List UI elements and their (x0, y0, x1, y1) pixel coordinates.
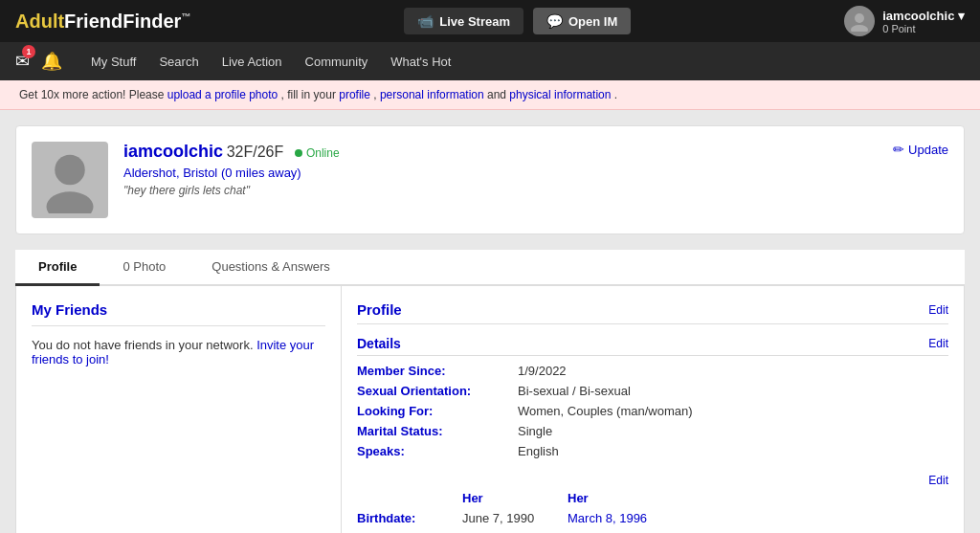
profile-quote: "hey there girls lets chat" (123, 184, 340, 197)
online-dot (295, 149, 302, 157)
nav-link-community[interactable]: Community (305, 55, 368, 69)
profile-gender-age: 32F/26F (227, 144, 284, 160)
no-friends-text: You do not have friends in your network. (32, 338, 256, 352)
svg-point-3 (55, 155, 85, 186)
content-area: My Friends You do not have friends in yo… (15, 286, 965, 533)
birthdate-label: Birthdate: (357, 511, 462, 525)
logo-tm: ™ (181, 11, 190, 22)
upload-profile-photo-link[interactable]: upload a profile photo (167, 88, 278, 101)
update-label: Update (908, 143, 948, 157)
info-banner: Get 10x more action! Please upload a pro… (0, 80, 980, 110)
open-im-button[interactable]: 💬 Open IM (533, 8, 631, 34)
banner-text-mid3: and (487, 88, 509, 101)
secondary-nav: ✉ 1 🔔 My Stuff Search Live Action Commun… (0, 42, 980, 80)
online-badge: Online (295, 146, 340, 160)
user-points: 0 Point (882, 23, 965, 34)
live-stream-button[interactable]: 📹 Live Stream (404, 8, 523, 34)
physical-info-link[interactable]: physical information (509, 88, 611, 101)
user-avatar-small (844, 6, 875, 36)
marital-value: Single (518, 424, 552, 438)
paired-edit-row: Edit (357, 474, 948, 487)
details-edit-link[interactable]: Edit (928, 337, 948, 350)
tab-photo[interactable]: 0 Photo (100, 250, 189, 286)
profile-username-row: iamcoolchic 32F/26F Online (123, 142, 340, 162)
marital-label: Marital Status: (357, 424, 510, 438)
profile-location: Aldershot, Bristol (0 miles away) (123, 166, 340, 180)
profile-edit-link[interactable]: Edit (928, 303, 948, 317)
detail-row-looking-for: Looking For: Women, Couples (man/woman) (357, 404, 948, 418)
paired-section: Edit Her Her Birthdate: June 7, 1990 Mar… (357, 474, 948, 533)
detail-row-member-since: Member Since: 1/9/2022 (357, 364, 948, 378)
birthdate-val2: March 8, 1996 (568, 511, 647, 525)
nav-link-search[interactable]: Search (159, 55, 198, 69)
my-friends-title: My Friends (32, 301, 325, 326)
paired-edit-link[interactable]: Edit (928, 474, 948, 487)
looking-for-label: Looking For: (357, 404, 510, 418)
svg-point-0 (855, 13, 864, 23)
nav-link-my-stuff[interactable]: My Stuff (91, 55, 136, 69)
personal-info-link[interactable]: personal information (380, 88, 484, 101)
logo-adult: Adult (15, 11, 64, 32)
profile-info: iamcoolchic 32F/26F Online Aldershot, Br… (123, 142, 340, 197)
speaks-value: English (518, 444, 559, 458)
banner-text-before: Get 10x more action! Please (19, 88, 167, 101)
nav-links: My Stuff Search Live Action Community Wh… (91, 55, 451, 69)
banner-text-mid1: , fill in your (281, 88, 340, 101)
profile-header-left: iamcoolchic 32F/26F Online Aldershot, Br… (32, 142, 340, 218)
user-info: iamcoolchic ▾ 0 Point (882, 9, 965, 34)
mail-icon-wrap[interactable]: ✉ 1 (15, 51, 30, 72)
member-since-value: 1/9/2022 (518, 364, 567, 378)
banner-text-end: . (614, 88, 617, 101)
bell-icon[interactable]: 🔔 (41, 51, 62, 72)
right-panel: Profile Edit Details Edit Member Since: … (342, 286, 964, 533)
svg-point-1 (851, 25, 868, 32)
mail-badge: 1 (22, 45, 35, 58)
profile-username[interactable]: iamcoolchic (123, 142, 223, 161)
tabs-bar: Profile 0 Photo Questions & Answers (15, 250, 965, 286)
nav-icons: ✉ 1 🔔 (15, 51, 62, 72)
profile-header-card: iamcoolchic 32F/26F Online Aldershot, Br… (15, 125, 965, 234)
member-since-label: Member Since: (357, 364, 510, 378)
logo-friend: Friend (64, 11, 122, 32)
paired-row-birthdate: Birthdate: June 7, 1990 March 8, 1996 (357, 511, 948, 525)
detail-row-marital: Marital Status: Single (357, 424, 948, 438)
logo: AdultFriendFinder™ (15, 11, 190, 33)
birthdate-val1: June 7, 1990 (462, 511, 568, 525)
col-her1: Her (462, 491, 568, 505)
update-button[interactable]: ✏ Update (893, 142, 948, 157)
main-content: iamcoolchic 32F/26F Online Aldershot, Br… (0, 110, 980, 533)
avatar-silhouette (36, 146, 103, 213)
detail-row-orientation: Sexual Orientation: Bi-sexual / Bi-sexua… (357, 384, 948, 398)
profile-section-header: Profile Edit (357, 301, 948, 324)
tab-qa[interactable]: Questions & Answers (189, 250, 353, 286)
no-friends-message: You do not have friends in your network.… (32, 338, 325, 366)
details-section: Details Edit Member Since: 1/9/2022 Sexu… (357, 336, 948, 458)
nav-user: iamcoolchic ▾ 0 Point (844, 6, 965, 36)
details-title: Details (357, 336, 401, 351)
logo-finder: Finder (122, 11, 181, 32)
orientation-value: Bi-sexual / Bi-sexual (518, 384, 631, 398)
speaks-label: Speaks: (357, 444, 510, 458)
nav-link-live-action[interactable]: Live Action (222, 55, 282, 69)
user-silhouette-icon (849, 11, 870, 32)
open-im-label: Open IM (568, 14, 617, 29)
left-panel: My Friends You do not have friends in yo… (16, 286, 342, 533)
video-icon: 📹 (417, 13, 434, 29)
detail-row-speaks: Speaks: English (357, 444, 948, 458)
tab-profile[interactable]: Profile (15, 250, 100, 286)
profile-link[interactable]: profile (339, 88, 370, 101)
profile-section-title: Profile (357, 301, 402, 318)
banner-text-mid2: , (373, 88, 380, 101)
edit-pencil-icon: ✏ (893, 142, 904, 157)
nav-link-whats-hot[interactable]: What's Hot (390, 55, 451, 69)
user-name[interactable]: iamcoolchic ▾ (882, 9, 965, 23)
chat-icon: 💬 (546, 13, 563, 29)
nav-center-buttons: 📹 Live Stream 💬 Open IM (404, 8, 631, 34)
looking-for-value: Women, Couples (man/woman) (518, 404, 693, 418)
online-label: Online (306, 146, 340, 160)
orientation-label: Sexual Orientation: (357, 384, 510, 398)
top-nav: AdultFriendFinder™ 📹 Live Stream 💬 Open … (0, 0, 980, 42)
col-her2: Her (568, 491, 673, 505)
profile-avatar (32, 142, 108, 218)
live-stream-label: Live Stream (439, 14, 510, 29)
